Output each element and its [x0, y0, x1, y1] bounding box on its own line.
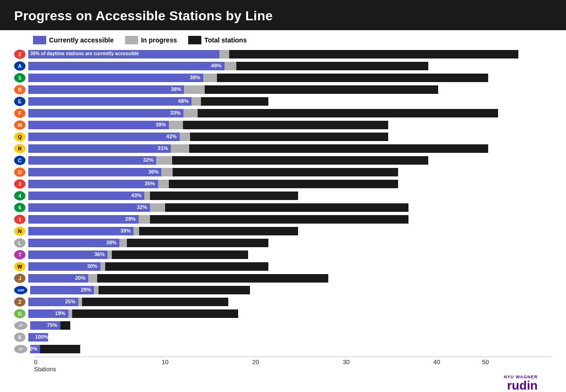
line-badge: J — [14, 274, 25, 283]
bars-wrap: 39% — [28, 120, 552, 130]
page-title: Progress on Accessible Stations by Line — [14, 8, 552, 24]
bar-accessible — [28, 156, 156, 165]
bar-accessible — [28, 133, 180, 141]
bar-label: 38% — [190, 75, 200, 80]
bar-accessible — [28, 74, 203, 82]
bars-wrap: 36% — [28, 167, 552, 177]
bars-wrap: 36% — [28, 250, 552, 259]
bar-label: 33% — [170, 110, 181, 116]
bars-wrap: 38% — [28, 73, 552, 83]
x-axis: 0 Stations1020304050 — [34, 357, 552, 373]
bar-accessible — [28, 239, 119, 247]
bar-label: 36% — [148, 169, 158, 175]
header: Progress on Accessible Stations by Line — [0, 0, 566, 30]
line-badge: L — [14, 238, 25, 248]
legend-box-total — [188, 36, 201, 44]
line-badge: 5 — [14, 73, 25, 83]
legend: Currently accessibleIn progressTotal sta… — [33, 36, 552, 44]
bar-row: 239% of daytime stations are currently a… — [14, 49, 552, 59]
line-badge: B — [14, 85, 25, 94]
bar-row: D36% — [14, 167, 552, 177]
bar-row: 129% — [14, 214, 552, 225]
bar-row: 443% — [14, 191, 552, 201]
bar-label: 35% — [145, 181, 155, 186]
line-badge: S⁸ — [14, 345, 27, 353]
bar-accessible — [28, 227, 133, 235]
line-badge: G — [14, 309, 25, 318]
legend-item-inprogress: In progress — [125, 36, 177, 44]
bars-wrap: 30% — [28, 262, 552, 271]
line-badge: Q — [14, 132, 25, 142]
bars-wrap: 32% — [28, 203, 552, 212]
bar-row: G19% — [14, 309, 552, 319]
bar-label: 38% — [171, 86, 181, 92]
line-badge: Z — [14, 297, 25, 307]
bar-row: L38% — [14, 238, 552, 248]
bars-wrap: 49% — [28, 61, 552, 71]
line-badge: F — [14, 108, 25, 118]
x-axis-label: 40 — [387, 359, 487, 373]
line-badge: R — [14, 144, 25, 153]
bars-wrap: 38% — [28, 238, 552, 248]
bar-row: Z25% — [14, 297, 552, 307]
bar-row: R31% — [14, 143, 552, 154]
bars-wrap: 29% — [30, 285, 552, 295]
line-badge: 6 — [14, 203, 25, 212]
bar-row: J20% — [14, 273, 552, 284]
bar-row: S⁸20% — [14, 344, 552, 354]
bar-row: C32% — [14, 155, 552, 166]
bar-label: 25% — [65, 299, 75, 304]
bar-row: 736% — [14, 250, 552, 260]
legend-item-total: Total stations — [188, 36, 247, 44]
x-axis-label: 20 — [206, 359, 306, 373]
bar-row: S100% — [14, 332, 552, 342]
bar-label: 20% — [27, 346, 37, 351]
bars-wrap: 38% — [28, 85, 552, 94]
bar-label: 49% — [211, 63, 222, 68]
bar-label: 39% — [120, 228, 131, 234]
bar-row: B38% — [14, 84, 552, 95]
bars-wrap: 29% — [28, 215, 552, 224]
bar-label: 68% — [178, 98, 189, 104]
line-badge: 3 — [14, 179, 25, 189]
bars-wrap: 43% — [28, 191, 552, 200]
bars-wrap: 20% — [28, 274, 552, 283]
x-axis-label: 50 — [482, 359, 489, 373]
bar-label: 36% — [94, 251, 105, 257]
bar-label: 39% of daytime stations are currently ac… — [30, 51, 139, 56]
bars-wrap: 32% — [28, 156, 552, 165]
bar-label: 32% — [137, 204, 147, 210]
bar-row: F33% — [14, 108, 552, 118]
bar-row: Q42% — [14, 132, 552, 142]
legend-label-inprogress: In progress — [141, 36, 177, 44]
bars-wrap: 35% — [28, 179, 552, 189]
line-badge: S — [14, 333, 25, 342]
bars-wrap: 42% — [28, 132, 552, 142]
bar-label: 30% — [87, 263, 98, 269]
bar-accessible — [28, 109, 183, 117]
bar-accessible — [28, 144, 171, 153]
line-badge: A — [14, 61, 25, 71]
bar-accessible — [28, 203, 150, 212]
line-badge: 1 — [14, 215, 25, 224]
bar-row: S⁴75% — [14, 320, 552, 331]
bar-label: 32% — [143, 157, 153, 163]
line-badge: W — [14, 262, 25, 271]
bars-wrap: 19% — [28, 309, 552, 318]
line-badge: C — [14, 156, 25, 165]
bar-row: E68% — [14, 96, 552, 107]
bar-accessible — [28, 168, 161, 176]
line-badge: N — [14, 226, 25, 236]
bar-accessible — [28, 215, 139, 224]
bars-wrap: 25% — [28, 297, 552, 307]
line-badge: D — [14, 167, 25, 177]
line-badge: 4 — [14, 191, 25, 200]
bars-wrap: 20% — [30, 344, 552, 354]
bar-accessible — [28, 97, 191, 106]
bar-accessible — [28, 192, 144, 200]
bar-label: 31% — [158, 145, 168, 151]
bar-label: 38% — [106, 240, 117, 245]
footer: Sources: Metropolitan Transportation Aut… — [14, 373, 552, 392]
bar-label: 29% — [81, 287, 91, 292]
bar-row: 335% — [14, 179, 552, 189]
